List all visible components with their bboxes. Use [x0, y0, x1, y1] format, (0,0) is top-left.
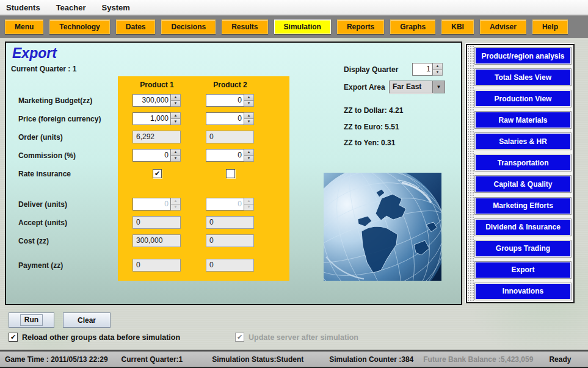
checkbox-row-update-server-after-simulation: ✔Update server after simulation [235, 333, 358, 342]
toolbar-button-technology[interactable]: Technology [49, 20, 109, 34]
run-button-label: Run [20, 314, 43, 326]
run-button[interactable]: Run [9, 312, 54, 328]
toolbar-button-graphs[interactable]: Graphs [390, 20, 435, 34]
update-server-after-simulation-label: Update server after simulation [249, 333, 358, 342]
sidebar-button-production-view[interactable]: Production View [475, 90, 571, 107]
price-foreign-currency-product-1-spinner-field[interactable]: 1,000 [132, 112, 171, 125]
order-units-product-1-field: 6,292 [132, 131, 181, 143]
toolbar-button-kbi[interactable]: KBI [441, 20, 474, 34]
toolbar-button-results[interactable]: Results [222, 20, 267, 34]
spinner-up-icon[interactable]: ▲ [244, 149, 254, 155]
marketing-budget-zz-product-2-spinner[interactable]: 0▲▼ [206, 94, 254, 107]
rate-insurance-product-2-checkbox[interactable] [226, 169, 235, 178]
chevron-down-icon[interactable]: ▼ [433, 81, 445, 93]
spinner-down-icon[interactable]: ▼ [433, 69, 443, 76]
spinner-down-icon[interactable]: ▼ [171, 100, 181, 107]
payment-zz-product-1-field: 0 [132, 259, 181, 272]
row-label-marketing-budget-zz: Marketing Budget(zz) [18, 94, 128, 107]
rate-insurance-product-1-checkbox[interactable]: ✔ [153, 169, 162, 178]
deliver-units-product-1-spinner-field: 0 [132, 198, 171, 211]
spinner-down-icon: ▼ [171, 204, 181, 211]
commission-product-1-spinner-field[interactable]: 0 [132, 149, 171, 162]
spinner-up-icon[interactable]: ▲ [171, 149, 181, 155]
deliver-units-product-2-spinner-field: 0 [206, 198, 244, 211]
spinner-up-icon[interactable]: ▲ [244, 94, 254, 100]
spinner-down-icon[interactable]: ▼ [244, 155, 254, 162]
sidebar-button-dividend-insurance[interactable]: Dividend & Insurance [475, 219, 571, 236]
spinner-down-icon[interactable]: ▼ [244, 100, 254, 107]
sidebar-button-marketing-efforts[interactable]: Marketing Efforts [475, 198, 571, 214]
sidebar-button-product-region-analysis[interactable]: Product/region analysis [475, 48, 571, 64]
toolbar-button-simulation[interactable]: Simulation [274, 20, 331, 34]
price-foreign-currency-product-1-spinner[interactable]: 1,000▲▼ [132, 112, 181, 125]
menu-item-teacher[interactable]: Teacher [56, 3, 86, 12]
status-current-quarter: Current Quarter:1 [122, 355, 183, 364]
display-quarter-value[interactable]: 1 [412, 63, 433, 76]
sidebar-button-innovations[interactable]: Innovations [475, 283, 571, 300]
toolbar-button-dates[interactable]: Dates [116, 20, 156, 34]
main-toolbar: MenuTechnologyDatesDecisionsResultsSimul… [0, 16, 588, 38]
toolbar-button-menu[interactable]: Menu [5, 20, 43, 34]
spinner-down-icon[interactable]: ▼ [171, 118, 181, 125]
content-area: Export Current Quarter : 1 Display Quart… [0, 38, 588, 351]
spinner-up-icon[interactable]: ▲ [244, 112, 254, 118]
row-label-price-foreign-currency: Price (foreign currency) [18, 112, 128, 126]
reload-other-groups-data-before-simulation-checkbox[interactable]: ✔ [9, 333, 18, 342]
spinner-up-icon[interactable]: ▲ [433, 63, 443, 69]
spinner-up-icon[interactable]: ▲ [171, 94, 181, 100]
sidebar-button-transportation[interactable]: Transportation [475, 154, 571, 171]
clear-button[interactable]: Clear [63, 312, 111, 328]
toolbar-button-adviser[interactable]: Adviser [480, 20, 526, 34]
row-label-accept-units: Accept (units) [18, 216, 128, 229]
price-foreign-currency-product-2-spinner[interactable]: 0▲▼ [206, 112, 254, 125]
marketing-budget-zz-product-1-spinner-field[interactable]: 300,000 [132, 94, 171, 107]
update-server-after-simulation-checkbox: ✔ [235, 333, 244, 342]
status-ready: Ready [549, 355, 571, 364]
menu-item-system[interactable]: System [102, 3, 130, 12]
current-quarter-label: Current Quarter : 1 [11, 65, 76, 73]
sidebar-button-groups-trading[interactable]: Groups Trading [475, 240, 571, 257]
spinner-up-icon: ▲ [171, 198, 181, 204]
product-table-background [118, 76, 289, 281]
toolbar-button-decisions[interactable]: Decisions [161, 20, 216, 34]
spinner-down-icon[interactable]: ▼ [244, 118, 254, 125]
cost-zz-product-1-field: 300,000 [132, 234, 181, 247]
deliver-units-product-1-spinner: 0▲▼ [132, 198, 181, 211]
export-area-dropdown[interactable]: Far East ▼ [389, 81, 445, 93]
sidebar-button-salaries-hr[interactable]: Salaries & HR [475, 133, 571, 150]
display-quarter-spinner[interactable]: 1 ▲ ▼ [412, 63, 443, 76]
spinner-down-icon[interactable]: ▼ [171, 155, 181, 162]
accept-units-product-2-field: 0 [206, 216, 254, 229]
sidebar-texture [467, 45, 475, 302]
spinner-up-icon[interactable]: ▲ [171, 112, 181, 118]
status-bar: Game Time : 2011/05/13 22:29Current Quar… [0, 350, 588, 367]
price-foreign-currency-product-2-spinner-field[interactable]: 0 [206, 112, 244, 125]
toolbar-button-help[interactable]: Help [532, 20, 568, 34]
commission-product-2-spinner[interactable]: 0▲▼ [206, 149, 254, 162]
export-panel: Export Current Quarter : 1 Display Quart… [5, 41, 462, 305]
exchange-rate-zz-to-euro: ZZ to Euro: 5.51 [344, 123, 399, 131]
marketing-budget-zz-product-1-spinner[interactable]: 300,000▲▼ [132, 94, 181, 107]
export-area-value[interactable]: Far East [389, 81, 433, 93]
row-label-commission: Commission (%) [18, 149, 128, 162]
cost-zz-product-2-field: 0 [206, 234, 254, 247]
menu-bar: StudentsTeacherSystem [0, 0, 588, 16]
spinner-up-icon: ▲ [244, 198, 254, 204]
exchange-rate-zz-to-yen: ZZ to Yen: 0.31 [344, 139, 395, 147]
sidebar-button-export[interactable]: Export [475, 262, 571, 278]
row-label-rate-insurance: Rate insurance [18, 167, 128, 181]
spinner-down-icon: ▼ [244, 204, 254, 211]
status-simulation-status: Simulation Status:Student [212, 355, 303, 364]
sidebar-button-raw-materials[interactable]: Raw Materials [475, 112, 571, 128]
menu-item-students[interactable]: Students [6, 3, 40, 12]
column-header-product-2: Product 2 [200, 81, 261, 89]
toolbar-button-reports[interactable]: Reports [337, 20, 384, 34]
commission-product-2-spinner-field[interactable]: 0 [206, 149, 244, 162]
commission-product-1-spinner[interactable]: 0▲▼ [132, 149, 181, 162]
marketing-budget-zz-product-2-spinner-field[interactable]: 0 [206, 94, 244, 107]
sidebar-button-total-sales-view[interactable]: Total Sales View [475, 69, 571, 85]
sidebar-button-capital-quality[interactable]: Capital & Quality [475, 176, 571, 192]
checkbox-row-reload-other-groups-data-before-simulation: ✔Reload other groups data before simulat… [9, 333, 180, 342]
globe-image [324, 173, 441, 281]
exchange-rate-zz-to-dollar: ZZ to Dollar: 4.21 [344, 106, 403, 115]
